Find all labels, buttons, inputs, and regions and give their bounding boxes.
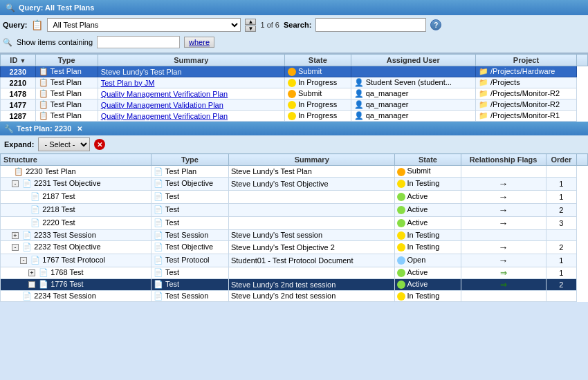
nav-down-button[interactable]: ▼: [245, 26, 256, 32]
cell-state: In Progress: [284, 111, 351, 122]
state-circle: [397, 206, 405, 214]
nav-up-button[interactable]: ▲: [245, 19, 256, 25]
item-icon: 📄: [30, 218, 40, 227]
type-icon: 📄: [154, 268, 163, 276]
expand-toggle[interactable]: -: [12, 244, 19, 251]
tree-row[interactable]: - 📄 1767 Test Protocol 📄 Test Protocol S…: [1, 254, 588, 267]
cell-structure: - 📄 1767 Test Protocol: [1, 254, 151, 267]
expand-label: Expand:: [4, 140, 34, 149]
expand-toggle[interactable]: +: [28, 269, 35, 276]
cell-state: Active: [395, 278, 461, 290]
col-assigned[interactable]: Assigned User: [351, 55, 475, 66]
arrow-icon: →: [499, 218, 508, 229]
error-button[interactable]: ✕: [94, 139, 105, 150]
col-summary[interactable]: Summary: [98, 55, 284, 66]
cell-state: In Progress: [284, 99, 351, 111]
arrow-icon: →: [499, 178, 508, 189]
tree-col-flags[interactable]: Relationship Flags: [461, 154, 546, 166]
tree-col-summary[interactable]: Summary: [228, 154, 394, 166]
double-arrow-icon: ⇒: [500, 268, 507, 278]
query-dropdown[interactable]: All Test Plans My Test Plans Active Test…: [47, 18, 241, 32]
query-row: Query: 📋 All Test Plans My Test Plans Ac…: [3, 18, 585, 32]
filter-input[interactable]: [97, 36, 180, 48]
item-icon: 📄: [39, 268, 48, 276]
cell-project: 📁 /Projects/Monitor-R2: [475, 99, 576, 111]
item-label: 2220 Test: [42, 218, 75, 227]
cell-order: 2: [546, 240, 577, 254]
where-button[interactable]: where: [184, 37, 214, 48]
cell-summary: Steve Lundy's Test Objective: [228, 177, 394, 190]
table-row[interactable]: 1478 📋 Test Plan Quality Management Veri…: [1, 88, 588, 99]
table-row[interactable]: 1287 📋 Test Plan Quality Management Veri…: [1, 111, 588, 122]
cell-state: Active: [395, 190, 461, 203]
tree-row[interactable]: + 📄 2233 Test Session 📄 Test Session Ste…: [1, 229, 588, 240]
tree-row[interactable]: 📄 2218 Test 📄 Test Active → 2: [1, 203, 588, 216]
col-project[interactable]: Project: [475, 55, 576, 66]
cell-id: 1478: [1, 88, 36, 99]
user-icon: 👤: [354, 100, 364, 108]
tree-row[interactable]: 📋 2230 Test Plan 📄 Test Plan Steve Lundy…: [1, 166, 588, 177]
item-icon: 📄: [30, 192, 40, 200]
tree-row[interactable]: 📄 2220 Test 📄 Test Active → 3: [1, 216, 588, 229]
cell-state: In Testing: [395, 290, 461, 301]
cell-flags: →: [461, 177, 546, 190]
cell-state: Active: [395, 216, 461, 229]
item-label: 1768 Test: [50, 268, 84, 276]
filter-label: Show items containing: [17, 38, 93, 46]
type-icon: 📋: [39, 111, 48, 120]
expand-toggle[interactable]: □: [28, 281, 35, 288]
tree-col-structure[interactable]: Structure: [1, 154, 151, 166]
filter-row: 🔍 Show items containing where: [3, 35, 585, 50]
cell-order: [546, 229, 577, 240]
tree-col-state[interactable]: State: [395, 154, 461, 166]
double-arrow-icon: ⇒: [500, 280, 507, 289]
help-button[interactable]: ?: [430, 19, 441, 30]
cell-summary: Steve Lundy's Test session: [228, 229, 394, 240]
cell-type: 📄 Test: [151, 190, 229, 203]
cell-id: 2230: [1, 66, 36, 77]
nav-buttons: ▲ ▼: [245, 19, 256, 32]
tree-row[interactable]: 📄 2234 Test Session 📄 Test Session Steve…: [1, 290, 588, 301]
table-row[interactable]: 2230 📋 Test Plan Steve Lundy's Test Plan…: [1, 66, 588, 77]
window-title: Query: All Test Plans: [19, 3, 94, 12]
item-label: 2234 Test Session: [34, 292, 96, 300]
col-type[interactable]: Type: [35, 55, 98, 66]
col-id[interactable]: ID ▼: [1, 55, 36, 66]
tree-row[interactable]: + 📄 1768 Test 📄 Test Active ⇒ 1: [1, 267, 588, 278]
tree-table: Structure Type Summary State Relationshi…: [0, 153, 588, 301]
table-row[interactable]: 2210 📋 Test Plan Test Plan by JM In Prog…: [1, 77, 588, 88]
tree-col-order[interactable]: Order: [546, 154, 577, 166]
cell-structure: 📄 2234 Test Session: [1, 290, 151, 301]
expand-toggle[interactable]: -: [12, 180, 19, 187]
tree-row[interactable]: - 📄 2232 Test Objective 📄 Test Objective…: [1, 240, 588, 254]
tree-row[interactable]: □ 📄 1776 Test 📄 Test Steve Lundy's 2nd t…: [1, 278, 588, 290]
cell-summary: [228, 216, 394, 229]
cell-type: 📋 Test Plan: [35, 111, 98, 122]
close-button[interactable]: ✕: [77, 125, 82, 133]
cell-order: 1: [546, 254, 577, 267]
state-circle: [397, 269, 405, 277]
table-row[interactable]: 1477 📋 Test Plan Quality Management Vali…: [1, 99, 588, 111]
cell-type: 📋 Test Plan: [35, 88, 98, 99]
expand-toggle[interactable]: -: [20, 257, 27, 264]
state-icon: [288, 112, 296, 120]
tree-row[interactable]: 📄 2187 Test 📄 Test Active → 1: [1, 190, 588, 203]
tree-table-container: Structure Type Summary State Relationshi…: [0, 153, 588, 301]
tree-scrollbar-placeholder: [577, 154, 588, 166]
sort-icon: ▼: [19, 57, 26, 64]
cell-type: 📄 Test Objective: [151, 177, 229, 190]
cell-flags: →: [461, 240, 546, 254]
expand-toggle[interactable]: +: [12, 232, 19, 239]
tree-row[interactable]: - 📄 2231 Test Objective 📄 Test Objective…: [1, 177, 588, 190]
state-circle: [397, 281, 405, 289]
item-icon: 📄: [39, 280, 48, 288]
expand-dropdown[interactable]: - Select - All None: [38, 137, 90, 151]
col-state[interactable]: State: [284, 55, 351, 66]
state-circle: [397, 180, 405, 188]
bottom-section: 🔧 Test Plan: 2230 ✕ Expand: - Select - A…: [0, 122, 588, 380]
tree-col-type[interactable]: Type: [151, 154, 229, 166]
cell-order: 3: [546, 216, 577, 229]
user-icon: 👤: [354, 89, 364, 97]
search-input[interactable]: [315, 18, 426, 32]
user-icon: 👤: [354, 78, 364, 86]
